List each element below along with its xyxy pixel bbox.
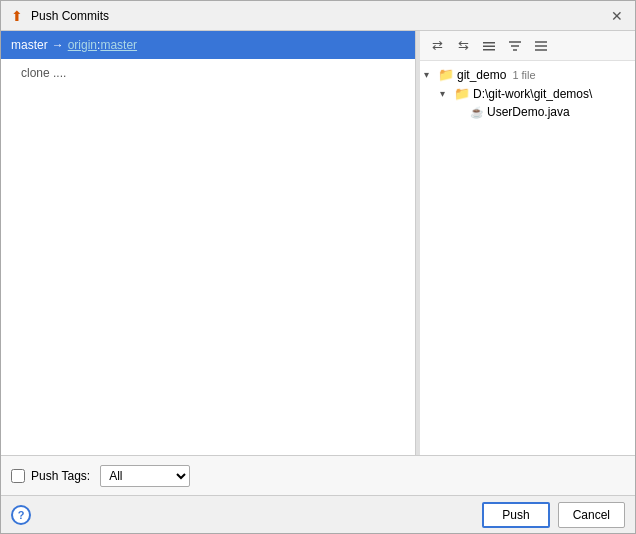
tree-root[interactable]: ▾ 📁 git_demo 1 file xyxy=(420,65,635,84)
expand-all-button[interactable]: ⇄ xyxy=(426,35,448,57)
close-button[interactable]: ✕ xyxy=(607,6,627,26)
remote-link[interactable]: origin xyxy=(68,38,97,52)
dialog-icon: ⬆ xyxy=(9,8,25,24)
cancel-button[interactable]: Cancel xyxy=(558,502,625,528)
right-panel: ⇄ ⇆ xyxy=(420,31,635,455)
svg-rect-1 xyxy=(483,45,495,47)
footer: ? Push Cancel xyxy=(1,495,635,533)
title-bar: ⬆ Push Commits ✕ xyxy=(1,1,635,31)
settings-button[interactable] xyxy=(530,35,552,57)
collapse-all-button[interactable]: ⇆ xyxy=(452,35,474,57)
list-item: clone .... xyxy=(1,63,415,83)
subfolder-path: D:\git-work\git_demos\ xyxy=(473,87,592,101)
filter-icon xyxy=(508,39,522,53)
bottom-bar: Push Tags: All xyxy=(1,455,635,495)
commit-header: master → origin : master xyxy=(1,31,415,59)
file-tree: ▾ 📁 git_demo 1 file ▾ 📁 D:\git-work\git_… xyxy=(420,61,635,455)
file-name: UserDemo.java xyxy=(487,105,570,119)
branch-to-link[interactable]: master xyxy=(100,38,137,52)
push-button[interactable]: Push xyxy=(482,502,549,528)
tree-subfolder[interactable]: ▾ 📁 D:\git-work\git_demos\ xyxy=(420,84,635,103)
svg-rect-0 xyxy=(483,42,495,44)
footer-left: ? xyxy=(11,505,31,525)
file-count-badge: 1 file xyxy=(512,69,535,81)
diff-icon xyxy=(482,39,496,53)
footer-right: Push Cancel xyxy=(482,502,625,528)
commit-message: clone .... xyxy=(21,66,66,80)
folder-icon: 📁 xyxy=(454,86,470,101)
content-area: master → origin : master clone .... ⇄ ⇆ xyxy=(1,31,635,455)
root-label: git_demo xyxy=(457,68,506,82)
filter-button[interactable] xyxy=(504,35,526,57)
push-commits-dialog: ⬆ Push Commits ✕ master → origin : maste… xyxy=(0,0,636,534)
push-tags-label: Push Tags: xyxy=(31,469,90,483)
branch-from: master xyxy=(11,38,48,52)
left-panel: master → origin : master clone .... xyxy=(1,31,416,455)
settings-icon xyxy=(534,39,548,53)
folder-icon: 📁 xyxy=(438,67,454,82)
commit-list: clone .... xyxy=(1,59,415,455)
diff-button[interactable] xyxy=(478,35,500,57)
chevron-down-icon: ▾ xyxy=(424,69,438,80)
chevron-down-icon: ▾ xyxy=(440,88,454,99)
dialog-title: Push Commits xyxy=(31,9,109,23)
tree-file[interactable]: ☕ UserDemo.java xyxy=(420,103,635,121)
right-toolbar: ⇄ ⇆ xyxy=(420,31,635,61)
java-file-icon: ☕ xyxy=(470,106,484,119)
arrow-icon: → xyxy=(52,38,64,52)
title-bar-left: ⬆ Push Commits xyxy=(9,8,109,24)
help-button[interactable]: ? xyxy=(11,505,31,525)
push-tags-checkbox[interactable] xyxy=(11,469,25,483)
svg-rect-2 xyxy=(483,49,495,51)
tags-dropdown[interactable]: All xyxy=(100,465,190,487)
